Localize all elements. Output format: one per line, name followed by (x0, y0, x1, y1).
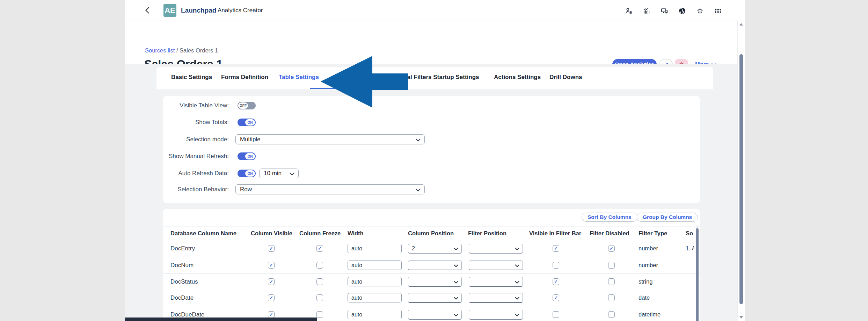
column-visible-checkbox[interactable] (268, 278, 275, 285)
app-window: AE Launchpad Analytics Creator (125, 0, 745, 321)
column-freeze-checkbox[interactable] (316, 245, 323, 252)
visible-in-filter-bar-checkbox[interactable] (553, 294, 559, 301)
chevron-down-icon (290, 170, 294, 175)
visible-table-view-label: Visible Table View: (163, 102, 229, 109)
column-position-select[interactable]: 2 (408, 244, 462, 254)
scroll-up-arrow[interactable] (739, 23, 743, 26)
visible-table-view-toggle[interactable]: OFF (238, 102, 256, 109)
width-input[interactable] (348, 277, 402, 286)
col-header-database-column-name: Database Column Name (170, 230, 236, 237)
chevron-down-icon (454, 295, 458, 300)
table-scrollbar-thumb[interactable] (696, 228, 699, 321)
chevron-down-icon (515, 295, 519, 300)
columns-table-panel: Sort By Columns Group By Columns Databas… (163, 209, 700, 321)
group-by-columns-button[interactable]: Group By Columns (637, 213, 698, 222)
page-scrollbar[interactable] (737, 21, 745, 321)
table-row: DocDate date (163, 290, 700, 306)
page-header: Sources list / Sales Orders 1 Sales Orde… (125, 21, 738, 64)
selection-mode-select[interactable]: Multiple (235, 134, 425, 144)
back-chevron-icon[interactable] (145, 7, 152, 13)
table-scrollbar[interactable] (696, 226, 699, 321)
tab-drill-downs[interactable]: Drill Downs (549, 74, 582, 81)
table-row: DocStatus string (163, 273, 700, 290)
chevron-down-icon (416, 186, 421, 191)
footer-bar (125, 318, 317, 321)
column-position-select[interactable] (408, 277, 462, 287)
chevron-down-icon (515, 279, 519, 284)
column-visible-checkbox[interactable] (268, 294, 275, 301)
sort-value-clipped: 1. A (686, 245, 694, 252)
column-position-value: 2 (412, 245, 415, 252)
filter-disabled-checkbox[interactable] (608, 262, 615, 269)
filter-position-select[interactable] (469, 293, 523, 303)
scroll-down-arrow[interactable] (739, 316, 743, 319)
table-row: DocEntry 2 number 1. A (163, 240, 700, 257)
analytics-chart-icon[interactable] (642, 7, 651, 15)
chevron-down-icon (454, 312, 458, 316)
tab-basic-settings[interactable]: Basic Settings (171, 74, 212, 81)
filter-position-select[interactable] (469, 277, 523, 287)
filter-type-value: number (639, 262, 658, 269)
filter-position-select[interactable] (469, 261, 523, 270)
column-freeze-checkbox[interactable] (316, 262, 323, 269)
filter-disabled-checkbox[interactable] (608, 278, 615, 285)
col-header-filter-disabled: Filter Disabled (590, 230, 629, 237)
user-list-icon[interactable] (625, 7, 633, 15)
col-header-filter-type: Filter Type (639, 230, 667, 237)
visible-in-filter-bar-checkbox[interactable] (553, 245, 559, 252)
chevron-down-icon (454, 279, 458, 284)
selection-mode-label: Selection mode: (163, 136, 229, 143)
auto-refresh-data-toggle[interactable]: ON (238, 170, 256, 177)
theme-sun-icon[interactable] (696, 7, 704, 15)
tab-table-settings[interactable]: Table Settings (279, 74, 319, 81)
filter-disabled-checkbox[interactable] (608, 245, 615, 252)
column-position-select[interactable] (408, 310, 462, 320)
globe-icon[interactable] (678, 7, 686, 15)
width-input[interactable] (348, 244, 402, 253)
visible-in-filter-bar-checkbox[interactable] (553, 262, 559, 269)
selection-behavior-select[interactable]: Row (235, 184, 425, 194)
breadcrumb-separator: / (176, 47, 180, 54)
app-title: Launchpad (181, 7, 216, 14)
filter-disabled-checkbox[interactable] (608, 294, 615, 301)
scrollbar-thumb[interactable] (739, 54, 743, 304)
auto-refresh-data-label: Auto Refresh Data: (163, 170, 229, 177)
auto-refresh-interval-select[interactable]: 10 min (259, 169, 299, 178)
col-header-sort-clipped: So (686, 230, 693, 237)
show-totals-toggle[interactable]: ON (238, 119, 256, 126)
sort-by-columns-button[interactable]: Sort By Columns (582, 213, 637, 222)
column-position-select[interactable] (408, 293, 462, 303)
show-manual-refresh-toggle[interactable]: ON (238, 152, 256, 160)
devices-icon[interactable] (660, 7, 669, 15)
column-freeze-checkbox[interactable] (316, 278, 323, 285)
table-header-row: Database Column Name Column Visible Colu… (163, 227, 700, 240)
show-totals-label: Show Totals: (163, 119, 229, 126)
app-grid-icon[interactable] (714, 7, 722, 15)
auto-refresh-interval-value: 10 min (264, 170, 282, 177)
tab-actions-settings[interactable]: Actions Settings (494, 74, 541, 81)
column-freeze-checkbox[interactable] (316, 294, 323, 301)
filter-position-select[interactable] (469, 244, 523, 254)
toggle-knob: OFF (238, 102, 248, 109)
visible-in-filter-bar-checkbox[interactable] (553, 278, 559, 285)
chevron-down-icon (515, 312, 519, 316)
column-visible-checkbox[interactable] (268, 245, 275, 252)
column-name: DocDate (170, 294, 194, 301)
table-row: DocNum number (163, 257, 700, 274)
column-name: DocStatus (170, 278, 198, 285)
tab-forms-definition[interactable]: Forms Definition (221, 74, 268, 81)
chevron-down-icon (454, 246, 458, 250)
breadcrumb-sources-list-link[interactable]: Sources list (145, 47, 175, 54)
breadcrumb: Sources list / Sales Orders 1 (145, 47, 218, 54)
width-input[interactable] (348, 293, 402, 302)
column-name: DocNum (170, 262, 194, 269)
column-visible-checkbox[interactable] (268, 262, 275, 269)
tab-bar: Basic Settings Forms Definition Table Se… (156, 67, 713, 90)
app-subtitle: Analytics Creator (218, 7, 263, 14)
width-input[interactable] (348, 310, 402, 319)
width-input[interactable] (348, 261, 402, 270)
app-logo: AE (163, 4, 176, 17)
column-position-select[interactable] (408, 261, 462, 270)
chevron-down-icon (416, 136, 421, 141)
filter-position-select[interactable] (469, 310, 523, 320)
